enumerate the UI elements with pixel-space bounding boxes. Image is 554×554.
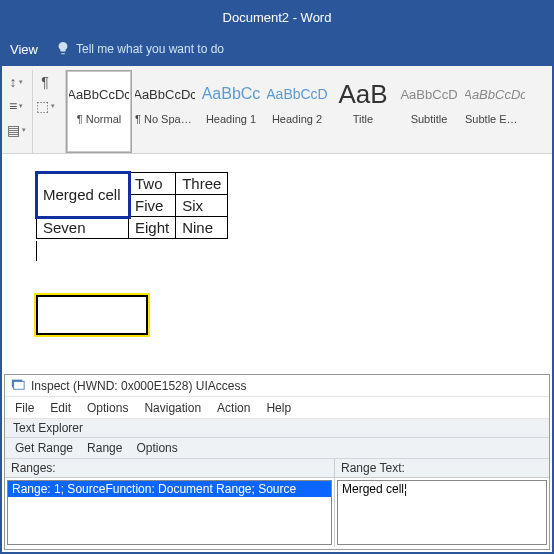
table-cell-merged[interactable]: Merged cell xyxy=(37,173,129,217)
table-cell[interactable]: Six xyxy=(176,195,228,217)
indent-button[interactable]: ≡ xyxy=(6,96,26,116)
menu-action[interactable]: Action xyxy=(217,401,250,415)
svg-rect-1 xyxy=(14,381,25,389)
menu-file[interactable]: File xyxy=(15,401,34,415)
inspect-subtool-label: Text Explorer xyxy=(5,419,549,438)
tool-options[interactable]: Options xyxy=(136,441,177,455)
table-row: Merged cell Two Three xyxy=(37,173,228,195)
style-heading-2[interactable]: AaBbCcD Heading 2 xyxy=(264,70,330,153)
rangetext-column: Range Text: Merged cell¦ xyxy=(335,459,549,547)
ribbon-group-marks: ¶ ⬚ xyxy=(33,70,66,153)
ribbon-group-paragraph: ↕ ≡ ▤ xyxy=(4,70,33,153)
style-normal[interactable]: AaBbCcDc ¶ Normal xyxy=(66,70,132,153)
range-text-value: Merged cell¦ xyxy=(338,481,546,497)
tab-view[interactable]: View xyxy=(10,42,38,57)
ranges-column: Ranges: Range: 1; SourceFunction: Docume… xyxy=(5,459,335,547)
lightbulb-icon xyxy=(56,41,70,58)
highlight-rectangle xyxy=(36,295,148,335)
table-cell[interactable]: Seven xyxy=(37,217,129,239)
tool-get-range[interactable]: Get Range xyxy=(15,441,73,455)
tool-range[interactable]: Range xyxy=(87,441,122,455)
range-list-item[interactable]: Range: 1; SourceFunction: Document Range… xyxy=(8,481,331,497)
table-row: Seven Eight Nine xyxy=(37,217,228,239)
inspect-columns: Ranges: Range: 1; SourceFunction: Docume… xyxy=(5,459,549,547)
table-cell[interactable]: Eight xyxy=(129,217,176,239)
inspect-window: Inspect (HWND: 0x000E1528) UIAccess File… xyxy=(4,374,550,550)
ranges-list[interactable]: Range: 1; SourceFunction: Document Range… xyxy=(7,480,332,545)
window-title-bar: Document2 - Word xyxy=(2,2,552,32)
window-title: Document2 - Word xyxy=(223,10,332,25)
table-cell[interactable]: Three xyxy=(176,173,228,195)
document-table[interactable]: Merged cell Two Three Five Six Seven Eig… xyxy=(36,172,228,239)
style-subtitle[interactable]: AaBbCcD Subtitle xyxy=(396,70,462,153)
menu-options[interactable]: Options xyxy=(87,401,128,415)
table-cell[interactable]: Five xyxy=(129,195,176,217)
ranges-header: Ranges: xyxy=(5,459,334,478)
tell-me-search[interactable]: Tell me what you want to do xyxy=(56,41,224,58)
inspect-title: Inspect (HWND: 0x000E1528) UIAccess xyxy=(31,379,246,393)
rangetext-body[interactable]: Merged cell¦ xyxy=(337,480,547,545)
style-heading-1[interactable]: AaBbCc Heading 1 xyxy=(198,70,264,153)
style-no-spacing[interactable]: AaBbCcDc ¶ No Spac… xyxy=(132,70,198,153)
style-title[interactable]: AaB Title xyxy=(330,70,396,153)
ribbon-tabs: View Tell me what you want to do xyxy=(2,32,552,66)
inspect-title-bar[interactable]: Inspect (HWND: 0x000E1528) UIAccess xyxy=(5,375,549,397)
shading-button[interactable]: ⬚ xyxy=(35,96,55,116)
menu-help[interactable]: Help xyxy=(266,401,291,415)
inspect-menu-bar: File Edit Options Navigation Action Help xyxy=(5,397,549,419)
pilcrow-button[interactable]: ¶ xyxy=(35,72,55,92)
align-button[interactable]: ▤ xyxy=(6,120,26,140)
rangetext-header: Range Text: xyxy=(335,459,549,478)
inspect-toolbar: Get Range Range Options xyxy=(5,438,549,459)
style-subtle-emphasis[interactable]: AaBbCcDc Subtle Em… xyxy=(462,70,528,153)
table-cell[interactable]: Two xyxy=(129,173,176,195)
table-cell[interactable]: Nine xyxy=(176,217,228,239)
menu-edit[interactable]: Edit xyxy=(50,401,71,415)
text-caret xyxy=(36,241,37,261)
bullets-button[interactable]: ↕ xyxy=(6,72,26,92)
ribbon: ↕ ≡ ▤ ¶ ⬚ AaBbCcDc ¶ Normal AaBbCcDc ¶ N… xyxy=(2,66,552,154)
styles-gallery[interactable]: AaBbCcDc ¶ Normal AaBbCcDc ¶ No Spac… Aa… xyxy=(66,70,550,153)
menu-navigation[interactable]: Navigation xyxy=(144,401,201,415)
document-canvas[interactable]: Merged cell Two Three Five Six Seven Eig… xyxy=(2,154,552,384)
tell-me-placeholder: Tell me what you want to do xyxy=(76,42,224,56)
app-icon xyxy=(11,377,25,394)
